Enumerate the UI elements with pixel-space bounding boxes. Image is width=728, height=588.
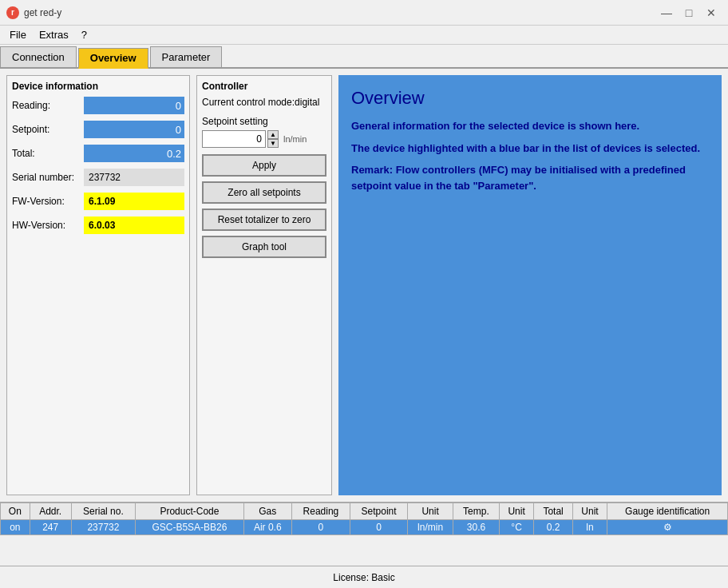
- device-info-label: Device information: [12, 81, 184, 92]
- reading-label: Reading:: [12, 100, 84, 111]
- setpoint-row: Setpoint: 0: [12, 121, 184, 138]
- window-controls: — □ ✕: [656, 5, 722, 21]
- fw-value: 6.1.09: [84, 193, 184, 210]
- zero-all-setpoints-button[interactable]: Zero all setpoints: [202, 181, 326, 204]
- app-icon: r: [6, 6, 19, 19]
- col-gas: Gas: [243, 503, 291, 520]
- overview-para-1: General information for the selected dev…: [351, 118, 709, 134]
- col-on: On: [1, 503, 30, 520]
- col-addr: Addr.: [30, 503, 71, 520]
- reading-value: 0: [84, 97, 184, 114]
- cell-addr: 247: [30, 520, 71, 535]
- hw-value: 6.0.03: [84, 217, 184, 234]
- cell-on: on: [1, 520, 30, 535]
- col-product-code: Product-Code: [136, 503, 243, 520]
- total-row: Total: 0.2: [12, 145, 184, 162]
- close-button[interactable]: ✕: [701, 5, 722, 21]
- setpoint-value: 0: [84, 121, 184, 138]
- col-unit-3: Unit: [572, 503, 607, 520]
- title-bar: r get red-y — □ ✕: [0, 0, 728, 26]
- menu-file[interactable]: File: [3, 27, 33, 42]
- tab-parameter[interactable]: Parameter: [150, 46, 223, 67]
- cell-gas: Air 0.6: [243, 520, 291, 535]
- cell-serial: 237732: [71, 520, 136, 535]
- setpoint-input[interactable]: [202, 130, 266, 148]
- reading-row: Reading: 0: [12, 97, 184, 114]
- setpoint-unit-label: ln/min: [283, 134, 307, 144]
- menu-bar: File Extras ?: [0, 26, 728, 45]
- device-table: On Addr. Serial no. Product-Code Gas Rea…: [0, 503, 728, 535]
- fw-row: FW-Version: 6.1.09: [12, 193, 184, 210]
- cell-gauge-id[interactable]: ⚙: [607, 520, 728, 535]
- cell-unit-2: °C: [499, 520, 533, 535]
- spin-buttons: ▲ ▼: [267, 130, 279, 148]
- main-content: Device information Reading: 0 Setpoint: …: [0, 69, 728, 502]
- control-mode-label: Current control mode:digital: [202, 97, 326, 108]
- license-status: License: Basic: [333, 572, 394, 583]
- tab-overview[interactable]: Overview: [78, 48, 148, 69]
- overview-para-2: The device highlighted with a blue bar i…: [351, 141, 709, 157]
- status-bar: License: Basic: [0, 566, 728, 588]
- table-header-row: On Addr. Serial no. Product-Code Gas Rea…: [1, 503, 728, 520]
- controller-panel: Controller Current control mode:digital …: [196, 75, 332, 495]
- setpoint-input-row: ▲ ▼ ln/min: [202, 130, 326, 148]
- cell-product-code: GSC-B5SA-BB26: [136, 520, 243, 535]
- col-serial: Serial no.: [71, 503, 136, 520]
- minimize-button[interactable]: —: [656, 5, 677, 21]
- overview-panel: Overview General information for the sel…: [338, 75, 722, 495]
- col-temp: Temp.: [453, 503, 500, 520]
- title-bar-title: get red-y: [24, 7, 656, 18]
- total-label: Total:: [12, 148, 84, 159]
- table-row[interactable]: on 247 237732 GSC-B5SA-BB26 Air 0.6 0 0 …: [1, 520, 728, 535]
- overview-para-3: Remark: Flow controllers (MFC) may be in…: [351, 162, 709, 193]
- tab-connection[interactable]: Connection: [0, 46, 77, 67]
- device-table-area: On Addr. Serial no. Product-Code Gas Rea…: [0, 502, 728, 566]
- cell-reading: 0: [291, 520, 350, 535]
- menu-extras[interactable]: Extras: [33, 27, 75, 42]
- col-gauge-id: Gauge identification: [607, 503, 728, 520]
- maximize-button[interactable]: □: [679, 5, 699, 21]
- graph-tool-button[interactable]: Graph tool: [202, 236, 326, 258]
- serial-label: Serial number:: [12, 172, 84, 183]
- col-unit-2: Unit: [499, 503, 533, 520]
- cell-total: 0.2: [534, 520, 573, 535]
- spin-up-button[interactable]: ▲: [267, 130, 279, 139]
- controller-section-label: Controller: [202, 81, 326, 92]
- menu-help[interactable]: ?: [75, 27, 93, 42]
- cell-temp: 30.6: [453, 520, 500, 535]
- col-setpoint: Setpoint: [350, 503, 407, 520]
- cell-unit-3: ln: [572, 520, 607, 535]
- col-reading: Reading: [291, 503, 350, 520]
- overview-text: General information for the selected dev…: [351, 118, 709, 193]
- fw-label: FW-Version:: [12, 196, 84, 207]
- cell-setpoint: 0: [350, 520, 407, 535]
- serial-row: Serial number: 237732: [12, 169, 184, 186]
- tab-bar: Connection Overview Parameter: [0, 45, 728, 69]
- serial-value: 237732: [84, 169, 184, 186]
- setpoint-label: Setpoint:: [12, 124, 84, 135]
- cell-unit-1: ln/min: [408, 520, 453, 535]
- overview-title: Overview: [351, 88, 709, 109]
- hw-label: HW-Version:: [12, 220, 84, 231]
- col-total: Total: [534, 503, 573, 520]
- device-info-panel: Device information Reading: 0 Setpoint: …: [6, 75, 190, 495]
- col-unit-1: Unit: [408, 503, 453, 520]
- apply-button[interactable]: Apply: [202, 154, 326, 177]
- reset-totalizer-button[interactable]: Reset totalizer to zero: [202, 209, 326, 231]
- spin-down-button[interactable]: ▼: [267, 139, 279, 148]
- total-value: 0.2: [84, 145, 184, 162]
- hw-row: HW-Version: 6.0.03: [12, 217, 184, 234]
- setpoint-setting-label: Setpoint setting: [202, 116, 326, 127]
